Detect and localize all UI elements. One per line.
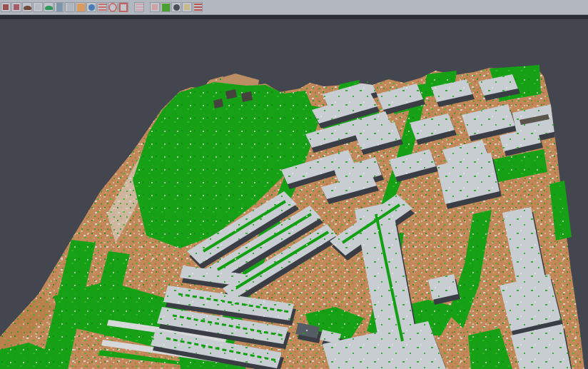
brackets-red-icon-glyph	[119, 3, 128, 12]
terrain-brown-icon-glyph	[24, 6, 31, 10]
brackets-red-icon[interactable]	[118, 2, 128, 12]
bars-red-icon-glyph	[194, 4, 202, 11]
points-light-icon[interactable]	[33, 2, 43, 12]
viewport-3d[interactable]	[0, 0, 588, 369]
panel-gray-icon[interactable]	[65, 2, 75, 12]
stripes-red-icon[interactable]	[97, 2, 107, 12]
classes-green-icon-glyph	[162, 4, 170, 11]
grid-pink-icon-glyph	[136, 4, 143, 11]
terrain-brown-icon[interactable]	[22, 2, 32, 12]
stripes-red-icon-glyph	[98, 4, 106, 11]
sphere-dark-icon[interactable]	[171, 2, 181, 12]
points-red-icon[interactable]	[1, 2, 11, 12]
panel-blue-icon[interactable]	[54, 2, 64, 12]
bars-red-icon[interactable]	[193, 2, 203, 12]
main-toolbar	[0, 0, 588, 15]
terrain-mesh-render	[0, 0, 588, 369]
globe-blue-icon-glyph	[88, 4, 95, 11]
square-orange-icon-glyph	[77, 4, 85, 11]
grid-pink-icon[interactable]	[134, 2, 144, 12]
ring-red-icon-glyph	[108, 3, 117, 12]
toolbar-separator	[0, 15, 588, 19]
points-light-icon-glyph	[35, 4, 41, 10]
application-window	[0, 0, 588, 369]
ring-red-icon[interactable]	[108, 2, 118, 12]
sheet-tan-icon-glyph	[184, 4, 190, 10]
panel-blue-icon-glyph	[56, 3, 63, 11]
checker-pink-icon[interactable]	[150, 2, 160, 12]
points-red-icon-glyph	[3, 4, 9, 10]
square-orange-icon[interactable]	[76, 2, 86, 12]
classes-green-icon[interactable]	[161, 2, 171, 12]
terrain-green-icon-glyph	[45, 6, 53, 10]
terrain-green-icon[interactable]	[44, 2, 54, 12]
checker-pink-icon-glyph	[152, 4, 158, 10]
panel-gray-icon-glyph	[67, 3, 74, 11]
globe-blue-icon[interactable]	[86, 2, 96, 12]
sheet-tan-icon[interactable]	[182, 2, 192, 12]
points-multi-icon-glyph	[14, 4, 19, 10]
sphere-dark-icon-glyph	[173, 4, 180, 11]
points-multi-icon[interactable]	[11, 2, 21, 12]
